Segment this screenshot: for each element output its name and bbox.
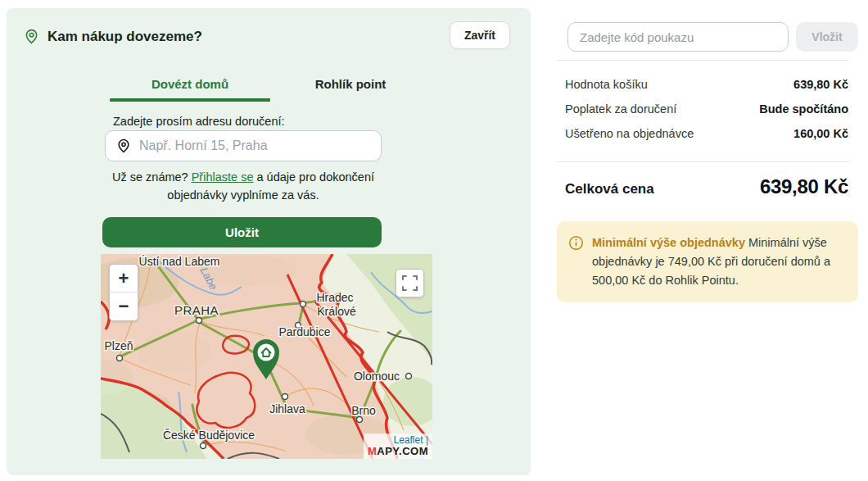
tab-deliver-home[interactable]: Dovézt domů: [110, 77, 270, 102]
close-button[interactable]: Zavřít: [450, 21, 510, 49]
map-label-hradec-1: Hradec: [316, 291, 353, 304]
signin-link[interactable]: Přihlaste se: [192, 170, 254, 184]
page-title: Kam nákup dovezeme?: [47, 29, 202, 45]
map-label-hradec-2: Králové: [317, 305, 356, 318]
summary-row-cart-value: Hodnota košíku 639,80 Kč: [565, 72, 848, 97]
notice-title: Minimální výše objednávky: [592, 236, 745, 249]
map-zoom-control: + −: [109, 264, 138, 321]
row-value: Bude spočítáno: [759, 102, 848, 116]
notice-text: Minimální výše objednávky Minimální výše…: [592, 234, 845, 290]
summary-row-delivery-fee: Poplatek za doručení Bude spočítáno: [565, 97, 848, 121]
row-label: Hodnota košíku: [565, 78, 648, 91]
save-button[interactable]: Uložit: [102, 217, 382, 247]
map-attribution: Leaflet | MAPY.COM: [364, 433, 432, 459]
cart-summary: Hodnota košíku 639,80 Kč Poplatek za dor…: [565, 72, 848, 146]
total-value: 639,80 Kč: [760, 175, 848, 198]
map-label-olomouc: Olomouc: [354, 370, 400, 383]
minimum-order-notice: Minimální výše objednávky Minimální výše…: [557, 221, 858, 302]
divider: [557, 161, 848, 162]
info-icon: [568, 235, 584, 251]
tab-rohlik-point[interactable]: Rohlík point: [270, 77, 431, 102]
address-input-wrap: [105, 130, 382, 161]
fullscreen-icon: [402, 275, 418, 291]
divider: [557, 60, 848, 61]
signin-prefix: Už se známe?: [112, 170, 192, 184]
row-value: 639,80 Kč: [793, 78, 848, 91]
address-label: Zadejte prosím adresu doručení:: [113, 115, 285, 128]
row-label: Ušetřeno na objednávce: [565, 127, 694, 140]
total-label: Celková cena: [565, 181, 654, 197]
map-label-brno: Brno: [351, 404, 376, 417]
address-input[interactable]: [139, 138, 381, 153]
map-label-pardubice: Pardubice: [278, 325, 330, 338]
summary-row-saved: Ušetřeno na objednávce 160,00 Kč: [565, 121, 848, 146]
voucher-input-wrap: [567, 22, 789, 52]
mapy-logo-m: M: [368, 445, 377, 457]
signin-note: Už se známe? Přihlaste se a údaje pro do…: [105, 168, 382, 204]
map-label-jihlava: Jihlava: [269, 402, 305, 415]
pin-icon: [115, 138, 132, 154]
modal-header: Kam nákup dovezeme?: [23, 28, 202, 45]
row-value: 160,00 Kč: [793, 127, 848, 140]
map-canvas: Ústí nad Labem PRAHA Hradec Králové Pard…: [101, 254, 432, 459]
row-label: Poplatek za doručení: [565, 102, 676, 116]
voucher-submit-button[interactable]: Vložit: [796, 22, 858, 52]
map-label-praha: PRAHA: [174, 303, 219, 317]
zoom-in-button[interactable]: +: [110, 265, 138, 293]
zoom-out-button[interactable]: −: [110, 293, 138, 320]
delivery-modal: Kam nákup dovezeme? Zavřít Dovézt domů R…: [7, 8, 531, 475]
location-pin-icon: [23, 28, 40, 45]
map-label-plzen: Plzeň: [104, 339, 133, 352]
mapy-logo-rest: APY.COM: [377, 445, 428, 457]
delivery-tabs: Dovézt domů Rohlík point: [110, 77, 431, 102]
map-label-budejovice: České Budějovice: [163, 429, 255, 442]
total-price-row: Celková cena 639,80 Kč: [565, 175, 848, 198]
voucher-code-input[interactable]: [567, 22, 789, 52]
delivery-map[interactable]: Ústí nad Labem PRAHA Hradec Králové Pard…: [101, 254, 432, 459]
fullscreen-button[interactable]: [396, 269, 424, 297]
mapy-logo[interactable]: MAPY.COM: [368, 446, 428, 456]
